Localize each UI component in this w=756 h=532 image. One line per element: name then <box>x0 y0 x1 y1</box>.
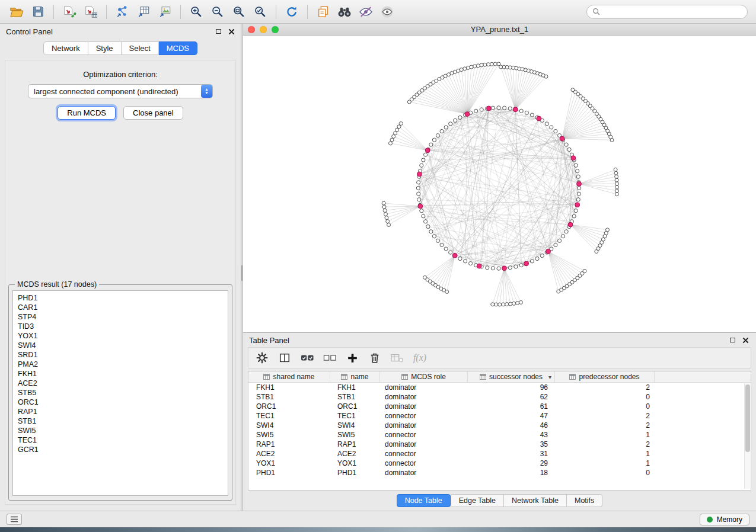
cell-shared-name: ACE2 <box>248 450 330 458</box>
copy-view-button[interactable] <box>312 3 334 21</box>
tab-motifs[interactable]: Motifs <box>567 494 602 507</box>
table-row[interactable]: SWI4SWI4dominator462 <box>248 421 751 430</box>
table-panel: Table Panel <box>243 333 756 511</box>
status-bar: Memory <box>0 511 756 527</box>
close-panel-button[interactable]: Close panel <box>123 106 183 120</box>
mcds-result-item[interactable]: PHD1 <box>18 293 228 303</box>
select-all-button[interactable] <box>297 350 317 366</box>
show-columns-button[interactable] <box>275 350 295 366</box>
table-row[interactable]: FKH1FKH1dominator962 <box>248 383 751 392</box>
column-header-shared-name[interactable]: shared name <box>248 371 330 382</box>
network-graph[interactable] <box>243 36 756 332</box>
column-header-name[interactable]: name <box>330 371 380 382</box>
mcds-result-item[interactable]: FKH1 <box>18 369 228 379</box>
table-row[interactable]: PHD1PHD1dominator180 <box>248 468 751 477</box>
deselect-all-button[interactable] <box>320 350 340 366</box>
float-panel-icon[interactable] <box>216 29 221 34</box>
network-canvas[interactable] <box>243 36 756 332</box>
zoom-selected-button[interactable] <box>250 3 271 21</box>
tab-network-table[interactable]: Network Table <box>504 494 567 507</box>
find-button[interactable] <box>334 3 355 21</box>
show-panels-button[interactable] <box>7 514 22 525</box>
float-table-panel-icon[interactable] <box>730 338 735 342</box>
table-settings-button[interactable] <box>252 350 272 366</box>
cell-predecessors: 2 <box>555 421 655 430</box>
scrollbar-thumb[interactable] <box>745 384 750 452</box>
clear-table-button[interactable] <box>387 350 407 366</box>
tab-mcds[interactable]: MCDS <box>159 41 197 55</box>
network-titlebar[interactable]: YPA_prune.txt_1 <box>243 24 756 36</box>
tab-network[interactable]: Network <box>43 41 88 55</box>
mcds-result-item[interactable]: STP4 <box>18 312 228 322</box>
mcds-result-item[interactable]: SRD1 <box>18 350 228 360</box>
close-panel-icon[interactable] <box>228 28 235 35</box>
mcds-result-item[interactable]: SWI5 <box>18 426 228 435</box>
export-image-button[interactable] <box>154 3 176 21</box>
delete-column-button[interactable] <box>365 350 385 366</box>
chevron-down-icon[interactable]: ▾ <box>548 374 551 380</box>
add-column-button[interactable] <box>342 350 362 366</box>
column-header-predecessor-nodes[interactable]: predecessor nodes <box>555 371 655 382</box>
maximize-window-button[interactable] <box>272 26 279 33</box>
mcds-result-item[interactable]: GCR1 <box>18 445 228 454</box>
hide-details-button[interactable] <box>355 3 377 21</box>
open-session-button[interactable] <box>6 3 27 21</box>
close-table-panel-icon[interactable] <box>742 337 749 344</box>
memory-button[interactable]: Memory <box>700 514 749 525</box>
mcds-result-title: MCDS result (17 nodes) <box>15 280 99 289</box>
export-table-button[interactable] <box>133 3 154 21</box>
search-input[interactable] <box>604 8 742 16</box>
mcds-result-list[interactable]: PHD1CAR1STP4TID3YOX1SWI4SRD1PMA2FKH1ACE2… <box>12 290 228 496</box>
search-box[interactable] <box>586 5 748 19</box>
column-header-mcds-role[interactable]: MCDS role <box>380 371 468 382</box>
zoom-in-button[interactable] <box>186 3 207 21</box>
table-row[interactable]: TEC1TEC1connector472 <box>248 411 751 421</box>
tab-node-table[interactable]: Node Table <box>397 494 451 507</box>
mcds-result-item[interactable]: TID3 <box>18 322 228 331</box>
apply-layout-button[interactable] <box>281 3 302 21</box>
cell-name: TEC1 <box>330 412 380 420</box>
mcds-result-item[interactable]: STB1 <box>18 416 228 426</box>
mcds-result-item[interactable]: RAP1 <box>18 407 228 416</box>
close-window-button[interactable] <box>248 26 255 33</box>
cell-shared-name: FKH1 <box>248 383 330 392</box>
table-row[interactable]: ORC1ORC1dominator610 <box>248 402 751 411</box>
table-row[interactable]: RAP1RAP1dominator352 <box>248 440 751 449</box>
mcds-result-item[interactable]: CAR1 <box>18 303 228 312</box>
mcds-result-item[interactable]: ACE2 <box>18 379 228 388</box>
cell-shared-name: PHD1 <box>248 469 330 477</box>
function-builder-button[interactable]: f(x) <box>410 350 430 366</box>
import-table-button[interactable] <box>80 3 101 21</box>
cell-role: dominator <box>380 383 468 392</box>
zoom-out-button[interactable] <box>207 3 228 21</box>
tab-select[interactable]: Select <box>122 41 159 55</box>
run-mcds-button[interactable]: Run MCDS <box>58 106 116 120</box>
cell-successors: 62 <box>468 393 555 401</box>
table-row[interactable]: SWI5SWI5connector431 <box>248 430 751 440</box>
tab-style[interactable]: Style <box>88 41 122 55</box>
mcds-result-item[interactable]: PMA2 <box>18 360 228 369</box>
show-details-button[interactable] <box>377 3 398 21</box>
optimization-criterion-select[interactable]: largest connected component (undirected)… <box>28 84 213 98</box>
cell-name: ACE2 <box>330 450 380 458</box>
mcds-result-item[interactable]: TEC1 <box>18 435 228 445</box>
mcds-result-item[interactable]: ORC1 <box>18 398 228 407</box>
export-network-button[interactable] <box>111 3 133 21</box>
mcds-result-item[interactable]: STB5 <box>18 388 228 398</box>
table-row[interactable]: YOX1YOX1connector291 <box>248 459 751 468</box>
save-session-button[interactable] <box>27 3 49 21</box>
column-icon <box>480 374 486 380</box>
minimize-window-button[interactable] <box>260 26 267 33</box>
mcds-result-item[interactable]: SWI4 <box>18 341 228 350</box>
control-panel-tabbar: Network Style Select MCDS <box>0 41 241 55</box>
table-row[interactable]: ACE2ACE2connector311 <box>248 449 751 459</box>
mcds-result-item[interactable]: YOX1 <box>18 331 228 341</box>
table-scrollbar[interactable] <box>744 383 750 489</box>
import-network-button[interactable] <box>59 3 80 21</box>
toolbar-separator <box>276 5 276 19</box>
column-header-successor-nodes[interactable]: successor nodes ▾ <box>468 371 555 382</box>
zoom-fit-button[interactable] <box>228 3 250 21</box>
table-row[interactable]: STB1STB1dominator620 <box>248 392 751 402</box>
tab-edge-table[interactable]: Edge Table <box>451 494 504 507</box>
cell-predecessors: 2 <box>555 412 655 420</box>
